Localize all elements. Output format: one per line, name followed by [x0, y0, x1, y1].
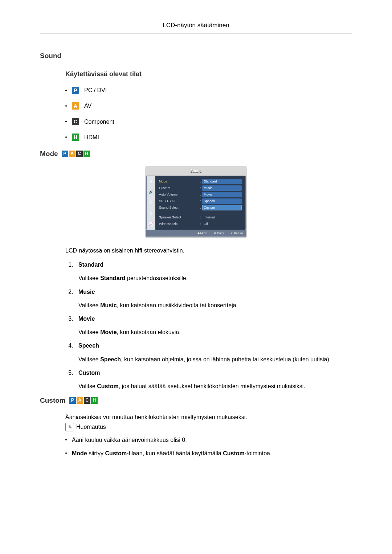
sound-heading: Sound	[40, 51, 352, 61]
mode-option: Custom Valitse Custom, jos haluat säätää…	[75, 369, 352, 390]
note-item: Mode siirtyy Custom-tilaan, kun säädät ä…	[65, 449, 352, 457]
mode-source-icon: P	[72, 87, 79, 94]
note-text: Ääni kuuluu vaikka äänenvoimakkuus olisi…	[72, 436, 187, 444]
osd-separator: :	[199, 205, 203, 210]
option-title: Movie	[78, 315, 352, 323]
osd-separator: :	[199, 215, 203, 220]
mode-item: C Component	[65, 118, 352, 126]
osd-nav-icon: 📈	[147, 219, 155, 230]
bullet-icon	[65, 452, 67, 454]
source-icon: C	[84, 397, 90, 404]
mode-source-icon: C	[72, 118, 79, 125]
mode-item: A AV	[65, 102, 352, 110]
option-description: Valitsee Standard perustehdasasetuksille…	[78, 274, 352, 282]
mode-source-icon: A	[72, 102, 79, 110]
osd-menu-label: Speaker Select	[159, 215, 199, 220]
osd-menu-label: Sound Select	[159, 205, 199, 210]
mode-option: Music Valitsee Music, kun katsotaan musi…	[75, 288, 352, 309]
option-title: Music	[78, 288, 352, 296]
osd-menu-value: Standard	[202, 179, 242, 184]
mode-item-label: PC / DVI	[84, 86, 107, 94]
notes-list: Ääni kuuluu vaikka äänenvoimakkuus olisi…	[65, 436, 352, 457]
option-description: Valitse Custom, jos haluat säätää asetuk…	[78, 382, 352, 390]
mode-item-label: AV	[84, 102, 91, 110]
osd-separator: :	[199, 186, 203, 190]
osd-separator: :	[199, 222, 203, 226]
osd-menu-value: Internal	[202, 215, 242, 220]
option-title: Standard	[78, 260, 352, 269]
page-header: LCD-näytön säätäminen	[40, 21, 352, 33]
source-icon: P	[69, 397, 76, 404]
osd-nav-icon: ⚙	[147, 208, 155, 219]
source-icon: C	[76, 151, 83, 157]
osd-title: Sound	[146, 167, 246, 176]
available-modes-heading: Käytettävissä olevat tilat	[65, 69, 352, 79]
osd-hint-move: Move	[197, 231, 208, 235]
osd-menu-value: Speech	[202, 198, 242, 204]
bullet-icon	[65, 136, 67, 138]
osd-separator: :	[199, 179, 203, 184]
option-title: Custom	[78, 369, 352, 377]
osd-menu-label: Mode	[159, 179, 199, 184]
mode-heading-row: Mode PACH	[40, 149, 352, 159]
option-title: Speech	[78, 341, 352, 350]
note-icon: ✎	[65, 423, 74, 431]
source-icon: A	[77, 397, 83, 404]
mode-option: Standard Valitsee Standard perustehdasas…	[75, 260, 352, 282]
option-description: Valitsee Music, kun katsotaan musiikkivi…	[78, 301, 352, 309]
osd-separator: :	[199, 199, 203, 204]
custom-heading: Custom	[40, 395, 66, 406]
source-icon: H	[91, 397, 98, 404]
source-icon: P	[62, 151, 68, 157]
mode-item: H HDMI	[65, 133, 352, 141]
osd-menu-label: Auto Volume	[159, 192, 199, 197]
mode-options-list: Standard Valitsee Standard perustehdasas…	[65, 260, 352, 390]
osd-menu-value: Off	[202, 221, 242, 227]
note-label: Huomautus	[76, 423, 106, 431]
osd-menu-label: SRS TS XT	[159, 199, 199, 204]
osd-menu-value: Movie	[202, 192, 242, 197]
mode-item: P PC / DVI	[65, 86, 352, 94]
mode-item-label: HDMI	[84, 133, 99, 141]
option-description: Valitsee Movie, kun katsotaan elokuvia.	[78, 328, 352, 336]
note-item: Ääni kuuluu vaikka äänenvoimakkuus olisi…	[65, 436, 352, 444]
mode-item-label: Component	[84, 118, 114, 126]
osd-separator: :	[199, 192, 203, 197]
custom-intro: Ääniasetuksia voi muuttaa henkilökohtais…	[65, 413, 352, 421]
osd-hint-return: Return	[231, 231, 243, 235]
osd-nav-icon: 🖥	[147, 176, 155, 187]
bottom-rule	[40, 511, 352, 511]
note-row: ✎ Huomautus	[65, 423, 352, 431]
osd-menu-label: Custom	[159, 186, 199, 190]
mode-option: Speech Valitsee Speech, kun katsotaan oh…	[75, 341, 352, 363]
osd-menu-label: Wireless Mic	[159, 222, 199, 226]
bullet-icon	[65, 105, 67, 107]
osd-nav-icon: 🔊	[147, 187, 155, 198]
osd-menu-value: Custom	[202, 205, 242, 210]
source-icon: H	[83, 151, 90, 157]
custom-icon-strip: PACH	[69, 397, 98, 404]
mode-heading: Mode	[40, 149, 58, 159]
note-text: Mode siirtyy Custom-tilaan, kun säädät ä…	[72, 449, 271, 457]
mode-option: Movie Valitsee Movie, kun katsotaan elok…	[75, 315, 352, 336]
osd-hint-enter: Enter	[214, 231, 224, 235]
custom-heading-row: Custom PACH	[40, 395, 352, 406]
bullet-icon	[65, 439, 67, 440]
osd-nav-icon: ⏱	[147, 197, 155, 208]
osd-menu-value: Music	[202, 185, 242, 191]
mode-icon-strip: PACH	[62, 151, 90, 157]
bullet-icon	[65, 121, 67, 122]
mode-source-icon: H	[72, 134, 79, 141]
bullet-icon	[65, 90, 67, 91]
osd-screenshot: Sound 🖥 🔊 ⏱ ⚙ 📈 Mode:StandardCustom:Musi…	[145, 166, 247, 238]
available-modes-list: P PC / DVI A AV C Component H HDMI	[65, 86, 352, 141]
option-description: Valitsee Speech, kun katsotaan ohjelmia,…	[78, 355, 352, 364]
source-icon: A	[69, 151, 75, 157]
mode-intro: LCD-näytössä on sisäinen hifi-stereovahv…	[65, 246, 352, 255]
